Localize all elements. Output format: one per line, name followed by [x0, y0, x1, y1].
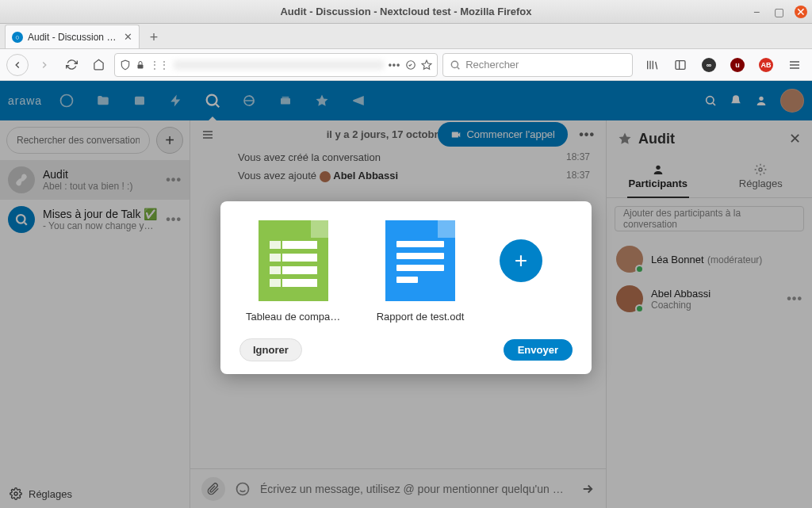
forward-button[interactable] — [33, 54, 56, 76]
library-icon[interactable] — [641, 54, 663, 76]
shield-icon — [120, 59, 131, 71]
document-icon — [385, 220, 455, 301]
search-bar[interactable]: Rechercher — [442, 53, 633, 77]
home-button[interactable] — [87, 54, 109, 76]
os-window-title: Audit - Discussion - Nextcloud test - Mo… — [280, 6, 531, 17]
menu-hamburger-icon[interactable] — [783, 54, 806, 76]
add-file-button[interactable]: + — [500, 239, 542, 282]
reader-icon[interactable] — [405, 59, 416, 71]
url-text — [174, 60, 384, 70]
browser-tab[interactable]: ○ Audit - Discussion - Next… ✕ — [5, 25, 140, 48]
browser-toolbar: ⋮⋮ ••• Rechercher ∞ u AB — [0, 49, 812, 81]
file-name: Rapport de test.odt — [373, 311, 468, 323]
page-actions-icon[interactable]: ••• — [389, 59, 401, 71]
svg-point-3 — [452, 61, 458, 67]
nextcloud-favicon: ○ — [12, 32, 23, 43]
ignore-button[interactable]: Ignorer — [239, 338, 302, 361]
ublock-icon[interactable]: u — [726, 54, 749, 76]
minimize-button[interactable]: − — [750, 6, 763, 18]
sidebar-icon[interactable] — [669, 54, 691, 76]
svg-marker-2 — [422, 60, 431, 69]
new-tab-button[interactable]: + — [143, 26, 165, 48]
os-titlebar: Audit - Discussion - Nextcloud test - Mo… — [0, 0, 812, 24]
file-share-modal: Tableau de comparais… Rapport de test.od… — [220, 201, 592, 374]
lock-icon — [136, 60, 145, 70]
reload-button[interactable] — [60, 54, 82, 76]
app-viewport: arawa + — [0, 81, 812, 508]
address-bar[interactable]: ⋮⋮ ••• — [114, 53, 438, 77]
browser-tabbar: ○ Audit - Discussion - Next… ✕ + — [0, 24, 812, 49]
file-name: Tableau de comparais… — [246, 311, 341, 323]
extension-icon-1[interactable]: ∞ — [698, 54, 720, 76]
back-button[interactable] — [6, 54, 29, 76]
send-files-button[interactable]: Envoyer — [504, 339, 573, 361]
search-icon — [450, 59, 461, 71]
file-item[interactable]: Rapport de test.odt — [373, 220, 468, 323]
adblock-icon[interactable]: AB — [755, 54, 777, 76]
maximize-button[interactable]: ▢ — [772, 6, 785, 18]
browser-tab-title: Audit - Discussion - Next… — [28, 32, 119, 43]
file-item[interactable]: Tableau de comparais… — [246, 220, 341, 323]
bookmark-star-icon[interactable] — [421, 59, 432, 71]
svg-rect-0 — [138, 64, 144, 68]
close-window-button[interactable]: ✕ — [795, 6, 807, 18]
spreadsheet-icon — [259, 220, 328, 301]
search-placeholder: Rechercher — [465, 59, 519, 71]
tab-close-icon[interactable]: ✕ — [124, 31, 132, 43]
svg-rect-4 — [676, 60, 685, 69]
